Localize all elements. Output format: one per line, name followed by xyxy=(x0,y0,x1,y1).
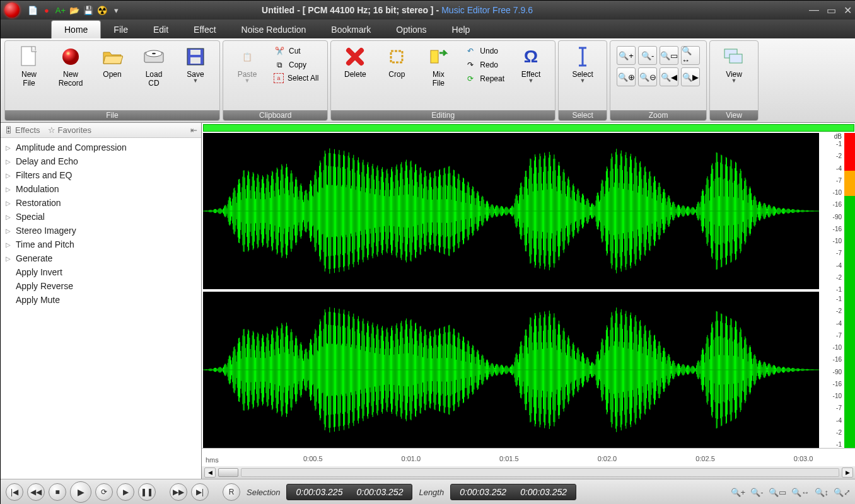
tab-noise-reduction[interactable]: Noise Reduction xyxy=(229,21,319,38)
save-icon[interactable]: 💾 xyxy=(83,4,94,16)
horizontal-scrollbar[interactable]: ◀ ▶ xyxy=(202,466,855,479)
tab-effect[interactable]: Effect xyxy=(181,21,229,38)
zoom-sel-icon[interactable]: 🔍▭ xyxy=(769,488,786,497)
paste-button[interactable]: 📋 Paste ▼ xyxy=(227,43,267,85)
zoom-out-icon[interactable]: 🔍- xyxy=(750,488,763,497)
copy-button[interactable]: ⧉Copy xyxy=(271,59,321,71)
zoom-fit-button[interactable]: 🔍↔ xyxy=(681,46,700,65)
open-folder-icon[interactable]: 📂 xyxy=(69,4,80,16)
zoom-vout-icon[interactable]: 🔍⤢ xyxy=(834,488,851,497)
redo-button[interactable]: ↷Redo xyxy=(462,59,507,71)
scroll-right-button[interactable]: ▶ xyxy=(842,467,853,478)
zoom-in-button[interactable]: 🔍+ xyxy=(617,46,636,65)
select-all-button[interactable]: aSelect All xyxy=(271,72,321,84)
effect-button[interactable]: Ω Effect ▼ xyxy=(511,43,551,85)
effects-item[interactable]: ▷Modulation xyxy=(2,182,200,196)
effects-item[interactable]: Apply Reverse xyxy=(2,279,200,293)
ribbon-group-select: Select ▼ Select xyxy=(558,40,607,121)
delete-button[interactable]: Delete xyxy=(335,43,375,80)
waveform-track-left[interactable] xyxy=(203,133,819,289)
record-icon[interactable]: ● xyxy=(41,4,52,16)
go-end-button[interactable]: ▶| xyxy=(191,483,209,501)
tree-arrow-icon: ▷ xyxy=(6,214,12,220)
forward-button[interactable]: ▶ xyxy=(117,483,134,501)
effects-item[interactable]: ▷Stereo Imagery xyxy=(2,224,200,238)
effects-item[interactable]: Apply Invert xyxy=(2,265,200,279)
sidebar-collapse-button[interactable]: ⇤ xyxy=(190,125,197,135)
crop-button[interactable]: Crop xyxy=(376,43,417,80)
time-ruler[interactable]: hms 0:00.5 0:01.0 0:01.5 0:02.0 0:02.5 0… xyxy=(202,448,855,466)
fast-forward-button[interactable]: ▶▶ xyxy=(170,483,187,501)
ribbon-group-file: NewFile NewRecord Open LoadCD Save xyxy=(4,40,220,121)
open-button[interactable]: Open xyxy=(92,43,132,80)
sidebar-tab-favorites[interactable]: ☆Favorites xyxy=(48,125,91,135)
tab-home[interactable]: Home xyxy=(51,20,101,38)
select-button[interactable]: Select ▼ xyxy=(562,43,603,85)
zoom-in-icon[interactable]: 🔍+ xyxy=(731,488,746,497)
window-title: Untitled - [ PCM 44100 Hz; 16 bit; stere… xyxy=(262,5,533,15)
effects-item[interactable]: ▷Delay and Echo xyxy=(2,154,200,168)
record-orb-icon[interactable] xyxy=(4,3,20,18)
go-start-button[interactable]: |◀ xyxy=(6,483,23,501)
effects-item[interactable]: ▷Restoration xyxy=(2,196,200,210)
zoom-vin-button[interactable]: 🔍⊕ xyxy=(617,67,636,86)
play-button[interactable]: ▶ xyxy=(70,481,91,503)
ruler-tick: 0:00.5 xyxy=(303,455,323,462)
new-record-button[interactable]: NewRecord xyxy=(50,43,91,89)
nuclear-icon[interactable]: ☢️ xyxy=(96,4,108,16)
ruler-tick: 0:01.0 xyxy=(402,455,421,462)
db-tick: -10 xyxy=(833,392,842,399)
selection-overview-bar[interactable] xyxy=(203,124,854,132)
effects-item[interactable]: ▷Amplitude and Compression xyxy=(2,140,200,154)
effects-item[interactable]: ▷Generate xyxy=(2,251,200,265)
scroll-thumb[interactable] xyxy=(218,468,238,477)
view-button[interactable]: View ▼ xyxy=(714,43,754,85)
minimize-button[interactable]: — xyxy=(809,4,819,16)
qa-dropdown-icon[interactable]: ▾ xyxy=(110,4,122,16)
load-cd-button[interactable]: LoadCD xyxy=(134,43,174,89)
undo-button[interactable]: ↶Undo xyxy=(462,45,507,57)
zoom-all-icon[interactable]: 🔍↔ xyxy=(791,488,810,497)
sidebar-tab-effects[interactable]: 🎛Effects xyxy=(4,125,40,135)
new-doc-icon[interactable]: 📄 xyxy=(27,4,38,16)
zoom-vin-icon[interactable]: 🔍↕ xyxy=(815,488,829,497)
effects-item-label: Generate xyxy=(16,253,52,263)
tab-bookmark[interactable]: Bookmark xyxy=(318,21,383,38)
cut-button[interactable]: ✂️Cut xyxy=(271,45,321,57)
close-button[interactable]: ✕ xyxy=(844,4,852,16)
scroll-left-button[interactable]: ◀ xyxy=(204,467,216,478)
tab-file[interactable]: File xyxy=(101,21,141,38)
record-button[interactable]: R xyxy=(223,483,240,501)
maximize-button[interactable]: ▭ xyxy=(827,4,836,16)
floppy-icon xyxy=(185,46,206,67)
undo-icon: ↶ xyxy=(465,45,476,57)
effects-item[interactable]: Apply Mute xyxy=(2,293,200,307)
repeat-button[interactable]: ⟳Repeat xyxy=(462,72,507,85)
tab-help[interactable]: Help xyxy=(439,21,483,38)
zoom-out-button[interactable]: 🔍- xyxy=(638,46,657,65)
loop-button[interactable]: ⟳ xyxy=(95,483,113,501)
effects-item-label: Time and Pitch xyxy=(16,239,74,249)
magnify-right-icon: 🔍▶ xyxy=(682,72,699,82)
effects-item[interactable]: ▷Special xyxy=(2,210,200,224)
effects-item[interactable]: ▷Time and Pitch xyxy=(2,238,200,251)
effects-item-label: Restoration xyxy=(16,198,61,208)
waveform-track-right[interactable] xyxy=(203,292,819,448)
zoom-right-button[interactable]: 🔍▶ xyxy=(681,67,700,86)
new-file-button[interactable]: NewFile xyxy=(9,43,49,89)
zoom-vout-button[interactable]: 🔍⊖ xyxy=(638,67,657,86)
stop-button[interactable]: ■ xyxy=(49,483,66,501)
rewind-button[interactable]: ◀◀ xyxy=(27,483,45,501)
save-button[interactable]: Save ▼ xyxy=(175,43,216,85)
zoom-left-button[interactable]: 🔍◀ xyxy=(660,67,678,86)
mix-file-button[interactable]: MixFile xyxy=(418,43,458,89)
tab-options[interactable]: Options xyxy=(383,21,439,38)
effects-item[interactable]: ▷Filters and EQ xyxy=(2,168,200,182)
selection-start: 0:00:03.225 xyxy=(296,487,342,497)
db-tick: -16 xyxy=(833,226,842,232)
pause-button[interactable]: ❚❚ xyxy=(138,483,156,501)
tree-arrow-icon: ▷ xyxy=(6,186,12,193)
add-icon[interactable]: A+ xyxy=(55,4,66,16)
tab-edit[interactable]: Edit xyxy=(141,21,181,38)
zoom-sel-button[interactable]: 🔍▭ xyxy=(660,46,678,65)
